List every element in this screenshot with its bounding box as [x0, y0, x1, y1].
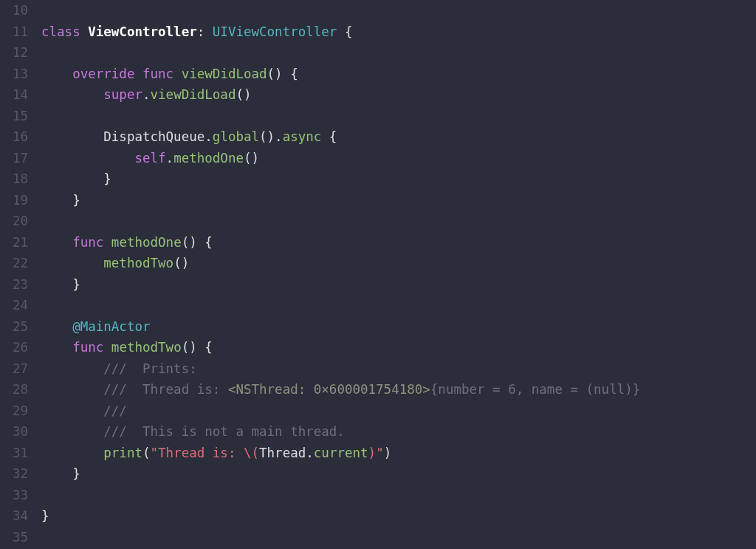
code-token: viewDidLoad [151, 87, 236, 102]
code-line[interactable] [41, 295, 640, 316]
code-line[interactable]: @MainActor [41, 316, 640, 338]
code-line[interactable] [41, 0, 640, 21]
code-token: } [41, 466, 80, 481]
code-token [41, 256, 103, 270]
code-line[interactable] [41, 106, 640, 127]
line-number: 11 [0, 21, 28, 43]
code-line[interactable]: func methodTwo() { [41, 337, 640, 358]
code-token: @MainActor [72, 319, 150, 334]
code-token: override [72, 67, 142, 81]
line-number: 23 [0, 274, 28, 296]
line-number: 33 [0, 485, 28, 506]
line-number: 16 [0, 126, 28, 148]
code-token [41, 361, 103, 376]
code-line[interactable]: } [41, 190, 640, 211]
code-line[interactable]: DispatchQueue.global().async { [41, 126, 640, 148]
code-token [41, 87, 103, 102]
code-token: } [41, 277, 80, 292]
code-token [41, 340, 72, 355]
code-token: global [213, 129, 259, 144]
line-number: 34 [0, 505, 28, 527]
code-token: methodTwo [103, 256, 173, 270]
line-number: 20 [0, 211, 28, 232]
line-number: 26 [0, 337, 28, 358]
code-token: super [103, 87, 142, 102]
code-line[interactable]: print("Thread is: \(Thread.current)") [41, 443, 640, 464]
line-number: 28 [0, 379, 28, 400]
code-token: () [236, 87, 251, 102]
line-number: 27 [0, 358, 28, 380]
code-token: ) [384, 446, 392, 460]
code-token [41, 403, 103, 418]
code-line[interactable]: methodTwo() [41, 253, 640, 274]
code-token: /// Prints: [103, 361, 196, 376]
code-token: class [41, 24, 88, 39]
code-token: ( [142, 446, 151, 460]
line-number: 35 [0, 527, 28, 548]
code-token: func [72, 235, 111, 250]
code-token: ViewController [88, 24, 197, 39]
code-token: print [103, 446, 142, 460]
code-line[interactable]: /// This is not a main thread. [41, 421, 640, 443]
code-token [41, 382, 103, 397]
code-token [41, 424, 103, 439]
code-line[interactable]: } [41, 463, 640, 485]
code-line[interactable]: } [41, 274, 640, 296]
code-token: DispatchQueue [41, 129, 205, 144]
code-line[interactable]: /// [41, 400, 640, 422]
code-area[interactable]: class ViewController: UIViewController {… [32, 0, 640, 549]
code-line[interactable]: /// Prints: [41, 358, 640, 380]
code-token: /// This is not a main thread. [103, 424, 345, 439]
line-number: 30 [0, 421, 28, 443]
line-number: 14 [0, 84, 28, 106]
code-token: {number = 6, name = (null)} [430, 382, 640, 397]
code-token: <NSThread: 0×600001754180> [228, 382, 430, 397]
code-line[interactable]: } [41, 505, 640, 527]
code-editor[interactable]: 1011121314151617181920212223242526272829… [0, 0, 756, 549]
code-line[interactable]: } [41, 168, 640, 190]
code-line[interactable]: func methodOne() { [41, 232, 640, 253]
code-line[interactable] [41, 211, 640, 232]
code-token: () { [182, 340, 213, 355]
line-number-gutter: 1011121314151617181920212223242526272829… [0, 0, 32, 549]
code-token: . [205, 129, 213, 144]
line-number: 24 [0, 295, 28, 316]
code-line[interactable]: self.methodOne() [41, 148, 640, 169]
code-token: { [321, 129, 337, 144]
code-token: . [142, 87, 151, 102]
code-token: self [134, 151, 165, 166]
line-number: 15 [0, 106, 28, 127]
code-line[interactable] [41, 42, 640, 64]
code-token: . [166, 151, 174, 166]
line-number: 13 [0, 64, 28, 85]
code-line[interactable]: override func viewDidLoad() { [41, 64, 640, 85]
code-line[interactable]: super.viewDidLoad() [41, 84, 640, 106]
code-token: func [72, 340, 111, 355]
line-number: 12 [0, 42, 28, 64]
code-token: \( [244, 446, 259, 460]
code-token: "Thread is: [151, 446, 244, 460]
code-token: methodOne [111, 235, 182, 250]
code-token: () { [267, 67, 298, 81]
line-number: 21 [0, 232, 28, 253]
code-token: (). [259, 129, 283, 144]
code-line[interactable]: /// Thread is: <NSThread: 0×600001754180… [41, 379, 640, 400]
code-token: /// Thread is: [103, 382, 228, 397]
code-token: methodTwo [111, 340, 182, 355]
code-token: . [306, 446, 314, 460]
code-line[interactable] [41, 485, 640, 506]
code-token: viewDidLoad [182, 67, 267, 81]
code-token [41, 446, 103, 460]
code-token: Thread [259, 446, 306, 460]
code-token: UIViewController [213, 24, 337, 39]
code-token: ) [368, 446, 377, 460]
code-token [41, 151, 134, 166]
code-token [41, 319, 72, 334]
code-token: /// [103, 403, 127, 418]
code-token: } [41, 508, 49, 523]
line-number: 10 [0, 0, 28, 21]
code-line[interactable]: class ViewController: UIViewController { [41, 21, 640, 43]
code-token: () { [182, 235, 213, 250]
code-token: : [197, 24, 213, 39]
code-line[interactable] [41, 527, 640, 548]
